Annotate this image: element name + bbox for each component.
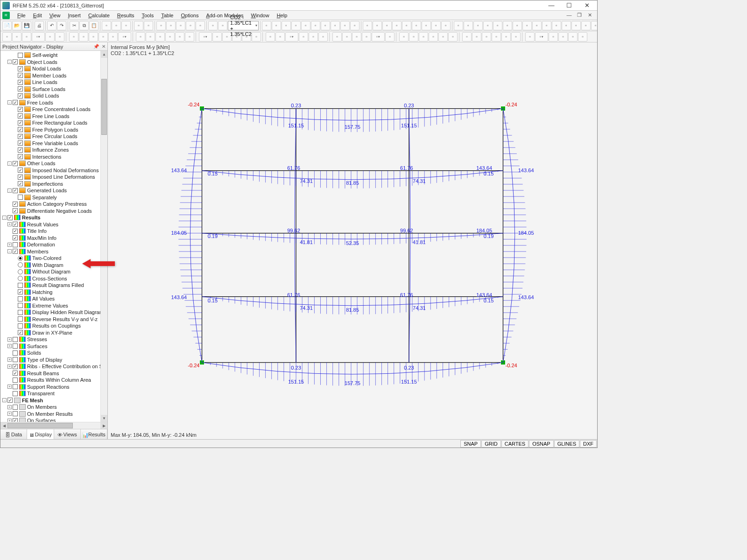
tree-item[interactable]: -✓Other Loads	[0, 160, 101, 167]
toolbar-button[interactable]: ▫	[118, 32, 131, 42]
toolbar-button[interactable]: ▫	[438, 32, 448, 42]
checkbox[interactable]	[13, 384, 18, 389]
tree-item[interactable]: ✓Hatching	[0, 289, 101, 296]
expand-icon[interactable]: -	[2, 216, 7, 220]
checkbox[interactable]: ✓	[7, 215, 13, 220]
toolbar-button[interactable]: ▫	[409, 32, 418, 42]
checkbox[interactable]	[13, 337, 18, 342]
scroll-up-icon[interactable]: ▲	[101, 51, 107, 58]
toolbar-button[interactable]: ▫	[429, 32, 438, 42]
status-glines[interactable]: GLINES	[554, 440, 579, 448]
toolbar-button[interactable]: ▫	[431, 21, 441, 30]
toolbar-button[interactable]: ▫	[535, 32, 548, 42]
toolbar-button[interactable]: ▫	[562, 21, 571, 30]
checkbox[interactable]: ✓	[18, 168, 23, 173]
toolbar-button[interactable]: ▫	[272, 21, 281, 30]
checkbox[interactable]: ✓	[13, 249, 18, 254]
scroll-down-icon[interactable]: ▼	[101, 415, 107, 422]
tree-item[interactable]: +Surfaces	[0, 343, 101, 350]
nav-tab-display[interactable]: 🖥Display	[27, 429, 54, 439]
checkbox[interactable]: ✓	[18, 134, 23, 139]
tree-item[interactable]: -✓Object Loads	[0, 59, 101, 66]
checkbox[interactable]	[13, 357, 18, 362]
checkbox[interactable]	[18, 323, 23, 329]
checkbox[interactable]: ✓	[13, 418, 18, 422]
checkbox[interactable]: ✓	[18, 181, 23, 186]
toolbar-button[interactable]: ✂	[70, 21, 79, 30]
toolbar-button[interactable]: ▫	[571, 21, 581, 30]
toolbar-button[interactable]: ▫	[136, 32, 145, 42]
toolbar-button[interactable]: ▫	[372, 32, 385, 42]
expand-icon[interactable]: +	[7, 337, 12, 342]
expand-icon[interactable]: +	[7, 243, 12, 247]
checkbox[interactable]: ✓	[13, 100, 18, 105]
toolbar-button[interactable]: ▫	[186, 21, 195, 30]
toolbar-button[interactable]: ▫	[89, 32, 98, 42]
checkbox[interactable]: ✓	[13, 371, 18, 376]
status-snap[interactable]: SNAP	[460, 440, 481, 448]
toolbar-button[interactable]: ▫	[511, 32, 521, 42]
expand-icon[interactable]: +	[7, 385, 12, 389]
toolbar-button[interactable]: ▫	[79, 32, 88, 42]
panel-close-button[interactable]: ✕	[102, 44, 106, 49]
toolbar-button[interactable]: ▫	[402, 21, 411, 30]
expand-icon[interactable]: +	[7, 357, 12, 362]
checkbox[interactable]: ✓	[18, 107, 23, 112]
toolbar-button[interactable]: ▫	[483, 21, 493, 30]
toolbar-button[interactable]: ▫	[311, 21, 320, 30]
maximize-button[interactable]: ☐	[563, 1, 576, 10]
toolbar-button[interactable]: ▫	[591, 21, 598, 30]
tree-item[interactable]: Transparent	[0, 390, 101, 397]
expand-icon[interactable]: -	[7, 100, 12, 105]
checkbox[interactable]: ✓	[18, 330, 23, 335]
checkbox[interactable]	[18, 303, 23, 308]
toolbar-button[interactable]: ▫	[108, 32, 118, 42]
toolbar-button[interactable]: ▫	[412, 21, 421, 30]
checkbox[interactable]: ✓	[13, 202, 18, 207]
checkbox[interactable]: ✓	[18, 289, 23, 294]
checkbox[interactable]: ✓	[18, 140, 23, 146]
toolbar-button[interactable]: ▫	[332, 32, 342, 42]
toolbar-button[interactable]: ▫	[22, 32, 31, 42]
toolbar-button[interactable]: ▫	[146, 32, 155, 42]
tree-item[interactable]: ✓Free Polygon Loads	[0, 126, 101, 133]
toolbar-button[interactable]: ▫	[542, 21, 551, 30]
status-grid[interactable]: GRID	[481, 440, 501, 448]
checkbox[interactable]	[13, 391, 18, 396]
tree-item[interactable]: ✓Action Category Prestress	[0, 201, 101, 208]
toolbar-button[interactable]: ▫	[385, 32, 395, 42]
toolbar-button[interactable]: ▫	[318, 32, 328, 42]
toolbar-button[interactable]: ▫	[331, 21, 340, 30]
toolbar-button[interactable]: ▫	[503, 21, 512, 30]
tree-item[interactable]: +✓Result Values	[0, 221, 101, 228]
checkbox[interactable]	[13, 411, 18, 416]
expand-icon[interactable]: +	[7, 412, 12, 416]
checkbox[interactable]	[13, 378, 18, 383]
toolbar-button[interactable]: ▫	[558, 32, 568, 42]
tree-item[interactable]: All Values	[0, 295, 101, 302]
radio[interactable]	[18, 256, 23, 261]
toolbar-button[interactable]: ▫	[352, 32, 361, 42]
toolbar-button[interactable]: ▫	[45, 32, 55, 42]
menu-view[interactable]: View	[46, 12, 64, 19]
tree-item[interactable]: +On Members	[0, 404, 101, 411]
toolbar-button[interactable]: ▫	[12, 32, 21, 42]
toolbar-button[interactable]: ▫	[342, 32, 352, 42]
checkbox[interactable]: ✓	[18, 93, 23, 98]
expand-icon[interactable]: -	[7, 189, 12, 193]
radio[interactable]	[18, 276, 23, 281]
toolbar-button[interactable]: ▫	[373, 21, 382, 30]
tree-item[interactable]: ✓Draw in XY-Plane	[0, 329, 101, 336]
toolbar-button[interactable]: 💾	[22, 21, 31, 30]
toolbar-button[interactable]: ▫	[156, 21, 166, 30]
tree-item[interactable]: +Support Reactions	[0, 384, 101, 391]
toolbar-button[interactable]: ▫	[144, 21, 153, 30]
menu-edit[interactable]: Edit	[29, 12, 46, 19]
toolbar-button[interactable]: ▫	[462, 32, 472, 42]
checkbox[interactable]: ✓	[18, 66, 23, 71]
viewport[interactable]: Internal Forces M-y [kNm] CO2 : 1.35*LC1…	[108, 42, 597, 439]
toolbar-button[interactable]: ▫	[321, 21, 330, 30]
tree-item[interactable]: ✓Free Variable Loads	[0, 140, 101, 147]
checkbox[interactable]: ✓	[13, 235, 18, 240]
tree-item[interactable]: ✓Solid Loads	[0, 92, 101, 99]
